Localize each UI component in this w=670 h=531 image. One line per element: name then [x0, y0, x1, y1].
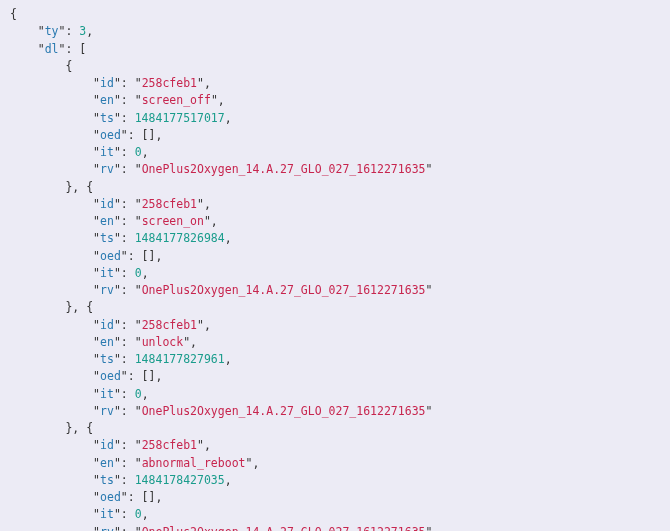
key-it: it: [100, 145, 114, 159]
key-it: it: [100, 507, 114, 521]
val-rv: OnePlus2Oxygen_14.A.27_GLO_027_161227163…: [142, 404, 426, 418]
val-rv: OnePlus2Oxygen_14.A.27_GLO_027_161227163…: [142, 525, 426, 532]
key-id: id: [100, 438, 114, 452]
key-id: id: [100, 197, 114, 211]
key-oed: oed: [100, 128, 121, 142]
key-en: en: [100, 93, 114, 107]
val-oed: []: [142, 490, 156, 504]
key-ts: ts: [100, 352, 114, 366]
key-oed: oed: [100, 249, 121, 263]
key-it: it: [100, 387, 114, 401]
key-ts: ts: [100, 473, 114, 487]
key-oed: oed: [100, 490, 121, 504]
key-id: id: [100, 76, 114, 90]
key-rv: rv: [100, 525, 114, 532]
val-rv: OnePlus2Oxygen_14.A.27_GLO_027_161227163…: [142, 283, 426, 297]
val-oed: []: [142, 369, 156, 383]
val-it: 0: [135, 266, 142, 280]
val-it: 0: [135, 507, 142, 521]
key-it: it: [100, 266, 114, 280]
key-rv: rv: [100, 162, 114, 176]
val-oed: []: [142, 128, 156, 142]
key-id: id: [100, 318, 114, 332]
val-en: abnormal_reboot: [142, 456, 246, 470]
key-rv: rv: [100, 404, 114, 418]
key-ts: ts: [100, 231, 114, 245]
key-ts: ts: [100, 111, 114, 125]
val-ts: 1484177517017: [135, 111, 225, 125]
val-it: 0: [135, 145, 142, 159]
val-ts: 1484178427035: [135, 473, 225, 487]
val-id: 258cfeb1: [142, 318, 197, 332]
val-id: 258cfeb1: [142, 197, 197, 211]
val-id: 258cfeb1: [142, 438, 197, 452]
val-ts: 1484177827961: [135, 352, 225, 366]
key-oed: oed: [100, 369, 121, 383]
val-id: 258cfeb1: [142, 76, 197, 90]
key-en: en: [100, 214, 114, 228]
val-oed: []: [142, 249, 156, 263]
key-en: en: [100, 335, 114, 349]
json-code-block: { "ty": 3, "dl": [ { "id": "258cfeb1", "…: [0, 0, 670, 531]
val-ts: 1484177826984: [135, 231, 225, 245]
val-rv: OnePlus2Oxygen_14.A.27_GLO_027_161227163…: [142, 162, 426, 176]
key-dl: dl: [45, 42, 59, 56]
key-ty: ty: [45, 24, 59, 38]
key-rv: rv: [100, 283, 114, 297]
val-en: unlock: [142, 335, 184, 349]
val-en: screen_on: [142, 214, 204, 228]
val-en: screen_off: [142, 93, 211, 107]
val-it: 0: [135, 387, 142, 401]
key-en: en: [100, 456, 114, 470]
